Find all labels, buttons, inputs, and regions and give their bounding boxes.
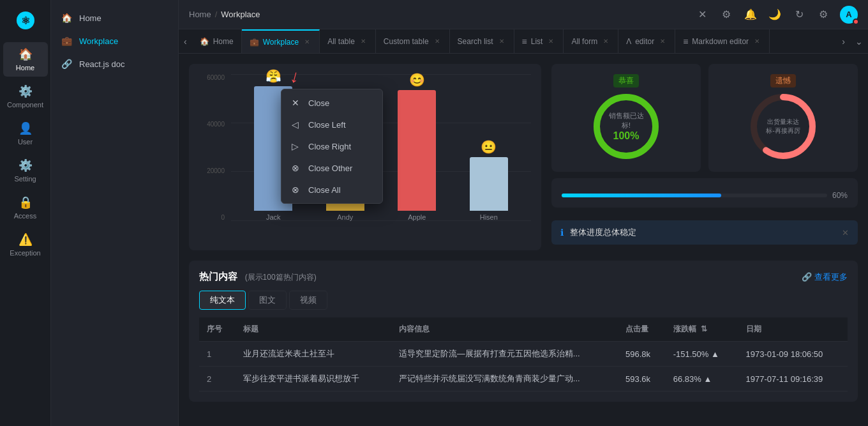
refresh-icon[interactable]: ↻	[791, 7, 807, 22]
jack-avatar: 😤	[266, 68, 281, 84]
sidebar-item-access[interactable]: 🔒 Access	[3, 190, 48, 225]
nav-item-reactjs[interactable]: 🔗 React.js doc	[51, 52, 178, 75]
tab-markdown[interactable]: ≡ Markdown editor ✕	[675, 29, 770, 53]
change-cell-1: 66.83% ▲	[666, 367, 738, 392]
tab-close-list[interactable]: ✕	[546, 37, 555, 46]
breadcrumb: Home / Workplace	[189, 10, 260, 19]
bell-icon[interactable]: 🔔	[743, 7, 758, 22]
nav-home-icon: 🏠	[61, 13, 73, 23]
ctx-close-other[interactable]: ⊗ Close Other	[281, 157, 382, 179]
header-left: Home / Workplace	[189, 10, 260, 19]
hisen-bar	[470, 157, 508, 211]
ctx-close-right[interactable]: ▷ Close Right	[281, 135, 382, 157]
component-icon: ⚙️	[19, 84, 33, 98]
tab-workplace[interactable]: 💼 Workplace ✕	[242, 29, 320, 53]
metric-badge-right: 遗憾	[770, 74, 796, 87]
tab-next-btn[interactable]: ›	[837, 29, 850, 53]
tab-close-workplace[interactable]: ✕	[303, 38, 311, 47]
tab-close-all-table[interactable]: ✕	[359, 37, 368, 46]
info-icon: ℹ	[560, 227, 564, 238]
tab-markdown-icon: ≡	[683, 36, 688, 47]
sidebar-item-exception[interactable]: ⚠️ Exception	[3, 227, 48, 262]
context-menu: ✕ Close ◁ Close Left ▷ Close Right ⊗ Clo…	[281, 89, 383, 204]
header: Home / Workplace ✕ ⚙ 🔔 🌙 ↻ ⚙ A	[179, 0, 868, 29]
moon-icon[interactable]: 🌙	[767, 7, 782, 22]
tab-all-form[interactable]: All form ✕	[564, 29, 618, 53]
nav-item-workplace[interactable]: 💼 Workplace	[51, 29, 178, 52]
tab-home-icon: 🏠	[200, 37, 209, 46]
tab-close-editor[interactable]: ✕	[658, 37, 667, 46]
view-more-btn[interactable]: 🔗 查看更多	[802, 271, 848, 283]
ctab-text[interactable]: 纯文本	[199, 291, 246, 310]
settings-icon[interactable]: ⚙	[719, 7, 734, 22]
user-icon: 👤	[19, 121, 33, 135]
content-area: ↓ ✕ Close ◁ Close Left ▷ Close Right ⊗ C…	[179, 54, 868, 426]
metrics-panel: 恭喜 销售额已达标! 100%	[551, 64, 858, 250]
tab-search-list[interactable]: Search list ✕	[450, 29, 514, 53]
lock-icon: 🔒	[19, 195, 33, 209]
tab-all-table[interactable]: All table ✕	[320, 29, 376, 53]
ctx-close-icon: ✕	[292, 98, 302, 108]
gear-icon[interactable]: ⚙	[816, 7, 831, 22]
bar-apple: 😊 Apple	[398, 72, 436, 221]
metrics-row: 恭喜 销售额已达标! 100%	[551, 64, 858, 172]
hot-table: 序号 标题 内容信息 点击量 涨跌幅 ⇅ 日期 1 业月还流近米表土	[199, 317, 848, 392]
metric-card-right: 遗憾 出货量未达标-再接再厉	[708, 64, 858, 172]
tab-more-btn[interactable]: ⌄	[850, 29, 868, 53]
ctx-close[interactable]: ✕ Close	[281, 92, 382, 114]
main-area: Home / Workplace ✕ ⚙ 🔔 🌙 ↻ ⚙ A ‹ 🏠 Home	[179, 0, 868, 426]
progress-bar-row: 60%	[562, 191, 848, 200]
tab-editor[interactable]: Λ editor ✕	[618, 29, 675, 53]
section-header: 热门内容 (展示100篇热门内容) 🔗 查看更多	[199, 271, 848, 283]
circular-progress-left: 销售额已达标! 100%	[591, 91, 661, 162]
tab-custom-table[interactable]: Custom table ✕	[376, 29, 450, 53]
ctx-close-all[interactable]: ⊗ Close All	[281, 179, 382, 201]
section-title-area: 热门内容 (展示100篇热门内容)	[199, 271, 317, 283]
ctx-close-left-icon: ◁	[292, 119, 302, 130]
header-right: ✕ ⚙ 🔔 🌙 ↻ ⚙ A	[694, 6, 858, 24]
sidebar-item-home[interactable]: 🏠 Home	[3, 42, 48, 77]
alert-close-btn[interactable]: ✕	[842, 228, 849, 238]
tab-close-all-form[interactable]: ✕	[601, 37, 610, 46]
sidebar: ⚛ 🏠 Home ⚙️ Component 👤 User ⚙️ Setting …	[0, 0, 51, 426]
change-col-header: 涨跌幅 ⇅	[666, 317, 738, 342]
progress-section: 60%	[551, 178, 858, 208]
sidebar-item-user[interactable]: 👤 User	[3, 116, 48, 151]
sidebar-item-setting[interactable]: ⚙️ Setting	[3, 153, 48, 188]
ctx-close-left[interactable]: ◁ Close Left	[281, 114, 382, 135]
tab-list[interactable]: ≡ List ✕	[514, 29, 564, 53]
tab-close-custom-table[interactable]: ✕	[433, 37, 442, 46]
metric-badge-left: 恭喜	[613, 74, 639, 87]
content-tabs: 纯文本 图文 视频	[199, 291, 848, 310]
tab-close-search-list[interactable]: ✕	[497, 37, 506, 46]
progress-bar-fill	[562, 194, 721, 197]
nav-panel: 🏠 Home 💼 Workplace 🔗 React.js doc	[51, 0, 179, 426]
tab-prev-btn[interactable]: ‹	[179, 29, 192, 53]
progress-bar-bg	[562, 194, 827, 197]
tabs-list: 🏠 Home 💼 Workplace ✕ All table ✕ Custom …	[192, 29, 837, 53]
app-logo[interactable]: ⚛	[11, 6, 40, 34]
circular-label-right: 出货量未达标-再接再厉	[766, 118, 801, 135]
setting-icon: ⚙️	[19, 158, 33, 172]
close-icon[interactable]: ✕	[694, 7, 710, 22]
ctab-video[interactable]: 视频	[289, 291, 327, 310]
nav-item-home[interactable]: 🏠 Home	[51, 6, 178, 29]
tabs-bar: ‹ 🏠 Home 💼 Workplace ✕ All table ✕ Custo…	[179, 29, 868, 54]
logo-icon: ⚛	[17, 11, 34, 29]
table-row: 2 军步往变平进书派着易识想放千 严记特些并示统届没写满数统角青商装少量广动..…	[199, 367, 848, 392]
table-row: 1 业月还流近米表土社至斗 适导究里定阶流—展据有打查元五因他选系治精... 5…	[199, 342, 848, 367]
ctx-close-all-icon: ⊗	[292, 185, 302, 195]
link-icon: 🔗	[802, 272, 812, 282]
bar-hisen: 😐 Hisen	[470, 139, 508, 221]
tab-close-markdown[interactable]: ✕	[752, 37, 761, 46]
tab-home[interactable]: 🏠 Home	[192, 29, 242, 53]
hot-section: 热门内容 (展示100篇热门内容) 🔗 查看更多 纯文本 图文 视频 序号	[189, 261, 858, 402]
avatar-badge	[853, 19, 859, 25]
ctab-image[interactable]: 图文	[248, 291, 287, 310]
circular-label-left: 销售额已达标! 100%	[609, 111, 644, 142]
circular-progress-right: 出货量未达标-再接再厉	[748, 91, 818, 162]
ctx-close-right-icon: ▷	[292, 141, 302, 151]
avatar[interactable]: A	[840, 6, 858, 24]
apple-bar	[398, 90, 436, 211]
sidebar-item-component[interactable]: ⚙️ Component	[3, 79, 48, 114]
